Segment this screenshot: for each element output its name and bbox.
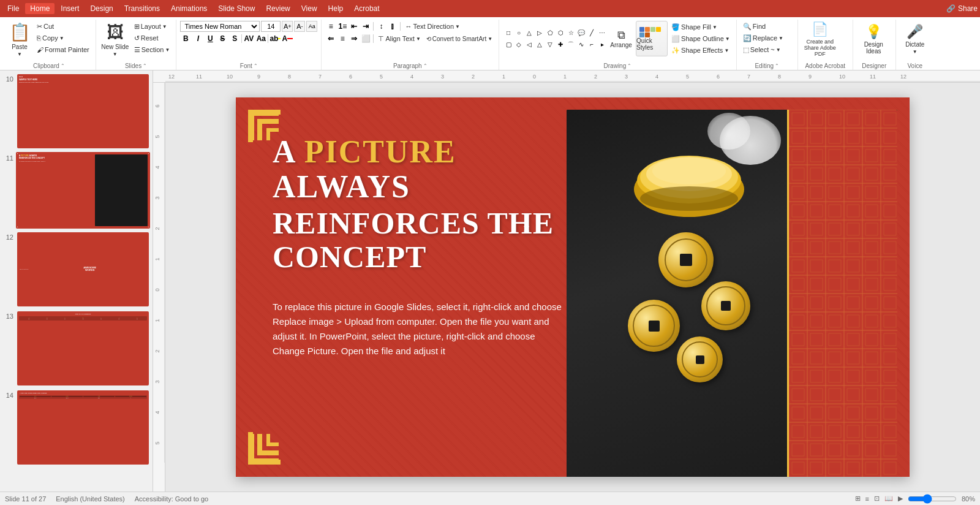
- line-spacing-button[interactable]: ↕: [375, 21, 386, 32]
- view-normal-btn[interactable]: ⊞: [855, 495, 861, 503]
- shape-triangle[interactable]: △: [524, 28, 535, 39]
- font-size-input[interactable]: [261, 21, 281, 32]
- font-case-button[interactable]: Aa: [255, 33, 266, 44]
- new-slide-button[interactable]: 🖼 New Slide ▼: [100, 21, 130, 58]
- bold-button[interactable]: B: [180, 33, 191, 44]
- dictate-button[interactable]: 🎤 Dictate ▼: [900, 21, 930, 58]
- find-button[interactable]: 🔍 Find: [741, 21, 768, 32]
- share-button[interactable]: 🔗 Share: [946, 4, 978, 13]
- font-group-label[interactable]: Font ⌃: [180, 62, 317, 70]
- clipboard-group-label[interactable]: Clipboard ⌃: [6, 62, 92, 70]
- columns-button[interactable]: ⫿: [387, 21, 398, 32]
- menu-view[interactable]: View: [296, 3, 322, 14]
- slide-thumbnail-10[interactable]: 10 ■ ■ ■ Sample text here Description te…: [2, 73, 150, 150]
- view-outline-btn[interactable]: ≡: [865, 495, 869, 503]
- shape-star[interactable]: ☆: [565, 28, 576, 39]
- font-increase-button[interactable]: A+: [282, 21, 293, 32]
- menu-transitions[interactable]: Transitions: [119, 3, 165, 14]
- numbering-button[interactable]: 1≡: [337, 21, 348, 32]
- section-button[interactable]: ☰ Section ▼: [132, 44, 173, 55]
- text-shadow-button[interactable]: S: [229, 33, 240, 44]
- shape-arrow-r[interactable]: ▷: [534, 28, 545, 39]
- shape-cross[interactable]: ✚: [555, 39, 566, 50]
- slide-body-text[interactable]: To replace this picture in Google Slides…: [273, 300, 567, 359]
- paste-button[interactable]: 📋 Paste ▼: [6, 21, 33, 58]
- font-spacing-button[interactable]: AV: [243, 33, 254, 44]
- layout-button[interactable]: ⊞ Layout ▼: [132, 21, 173, 32]
- decrease-indent-button[interactable]: ⇤: [349, 21, 360, 32]
- align-text-button[interactable]: ⊤ Align Text ▼: [375, 33, 423, 44]
- arrange-button[interactable]: ⧉ Arrange: [608, 21, 635, 56]
- align-left-button[interactable]: ⇐: [325, 33, 336, 44]
- justify-button[interactable]: ⬜: [360, 33, 371, 44]
- slide-thumbnail-14[interactable]: 14 ...AND THE SAME GOES FOR TABLES CITY …: [2, 389, 150, 466]
- slide-image[interactable]: [567, 110, 897, 477]
- highlight-button[interactable]: ab: [270, 33, 281, 44]
- shape-fill-button[interactable]: 🪣 Shape Fill ▼: [669, 21, 733, 32]
- strikethrough-button[interactable]: S: [217, 33, 228, 44]
- view-slideshow-btn[interactable]: ▶: [898, 495, 903, 503]
- slide-thumbnail-12[interactable]: 12 figure illustration AWESOMEWORDS: [2, 231, 150, 308]
- reset-button[interactable]: ↺ Reset: [132, 32, 173, 44]
- text-direction-button[interactable]: ↔ Text Direction ▼: [402, 21, 462, 32]
- canvas-area[interactable]: ✕ A PICTURE ALWAYS REINFORCES THE CONCEP…: [165, 83, 980, 492]
- view-reading-btn[interactable]: 📖: [884, 495, 893, 503]
- shape-effects-button[interactable]: ✨ Shape Effects ▼: [669, 45, 733, 56]
- slide-title[interactable]: A PICTURE ALWAYS REINFORCES THE CONCEPT: [273, 134, 567, 274]
- shape-rounded-rect[interactable]: ▢: [503, 39, 514, 50]
- paragraph-group-label[interactable]: Paragraph ⌃: [325, 62, 495, 70]
- menu-acrobat[interactable]: Acrobat: [349, 3, 384, 14]
- slide-thumbnail-13[interactable]: 13 THIS IS A CALENDAR S M T W T F S: [2, 310, 150, 387]
- align-center-button[interactable]: ≡: [337, 33, 348, 44]
- shape-more[interactable]: ⋯: [597, 28, 608, 39]
- shape-line[interactable]: ╱: [586, 28, 597, 39]
- shape-circle[interactable]: ○: [513, 28, 524, 39]
- shape-pentagon[interactable]: ⬠: [545, 28, 556, 39]
- shape-outline-button[interactable]: ⬜ Shape Outline ▼: [669, 33, 733, 44]
- zoom-slider[interactable]: [908, 494, 957, 504]
- shape-curve[interactable]: ⌒: [565, 39, 576, 50]
- menu-help[interactable]: Help: [323, 3, 349, 14]
- italic-button[interactable]: I: [192, 33, 203, 44]
- menu-design[interactable]: Design: [85, 3, 118, 14]
- shape-hex[interactable]: ⬡: [555, 28, 566, 39]
- bullets-button[interactable]: ≡: [325, 21, 336, 32]
- shape-freeform[interactable]: ∿: [576, 39, 587, 50]
- font-family-select[interactable]: Times New Roman: [180, 21, 260, 32]
- shape-more2[interactable]: ▸: [597, 39, 608, 50]
- menu-animations[interactable]: Animations: [166, 3, 212, 14]
- copy-button[interactable]: ⎘ Copy ▼: [34, 32, 92, 44]
- font-color-button[interactable]: A: [282, 33, 293, 44]
- shape-callout[interactable]: 💬: [576, 28, 587, 39]
- quick-styles-button[interactable]: Quick Styles: [636, 21, 668, 56]
- replace-button[interactable]: 🔄 Replace ▼: [741, 32, 786, 44]
- voice-group-label[interactable]: Voice: [900, 62, 930, 70]
- shape-diamond[interactable]: ◇: [513, 39, 524, 50]
- slide-canvas[interactable]: ✕ A PICTURE ALWAYS REINFORCES THE CONCEP…: [236, 97, 910, 477]
- menu-insert[interactable]: Insert: [56, 3, 84, 14]
- align-right-button[interactable]: ⇒: [349, 33, 360, 44]
- slides-group-label[interactable]: Slides ⌃: [100, 62, 173, 70]
- designer-group-label[interactable]: Designer: [857, 62, 892, 70]
- drawing-group-label[interactable]: Drawing ⌃: [503, 62, 733, 70]
- view-slide-sorter-btn[interactable]: ⊡: [874, 495, 880, 503]
- menu-review[interactable]: Review: [261, 3, 295, 14]
- shape-arrow-d[interactable]: ▽: [545, 39, 556, 50]
- shape-arrow-u[interactable]: △: [534, 39, 545, 50]
- convert-smartart-button[interactable]: ⟲ Convert to SmartArt ▼: [424, 33, 495, 44]
- increase-indent-button[interactable]: ⇥: [360, 21, 371, 32]
- editing-group-label[interactable]: Editing ⌃: [741, 62, 794, 70]
- shape-arrow-l[interactable]: ◁: [524, 39, 535, 50]
- menu-slideshow[interactable]: Slide Show: [213, 3, 260, 14]
- menu-home[interactable]: Home: [25, 3, 55, 14]
- create-pdf-button[interactable]: 📄 Create and Share Adobe PDF: [802, 21, 839, 58]
- shape-connector[interactable]: ⌐: [586, 39, 597, 50]
- format-painter-button[interactable]: 🖌 Format Painter: [34, 44, 92, 55]
- underline-button[interactable]: U: [205, 33, 216, 44]
- adobe-group-label[interactable]: Adobe Acrobat: [802, 62, 849, 70]
- shape-rect[interactable]: □: [503, 28, 514, 39]
- cut-button[interactable]: ✂ Cut: [34, 21, 92, 32]
- clear-format-button[interactable]: Aa: [306, 21, 317, 32]
- design-ideas-button[interactable]: 💡 Design Ideas: [857, 21, 891, 58]
- font-decrease-button[interactable]: A-: [294, 21, 305, 32]
